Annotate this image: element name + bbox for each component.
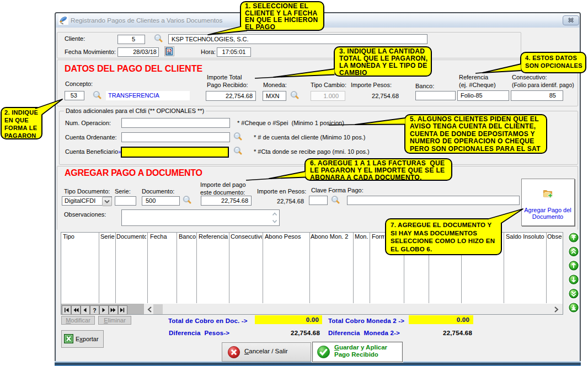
svg-text:?: ?: [93, 307, 96, 314]
svg-text:15: 15: [167, 48, 172, 53]
